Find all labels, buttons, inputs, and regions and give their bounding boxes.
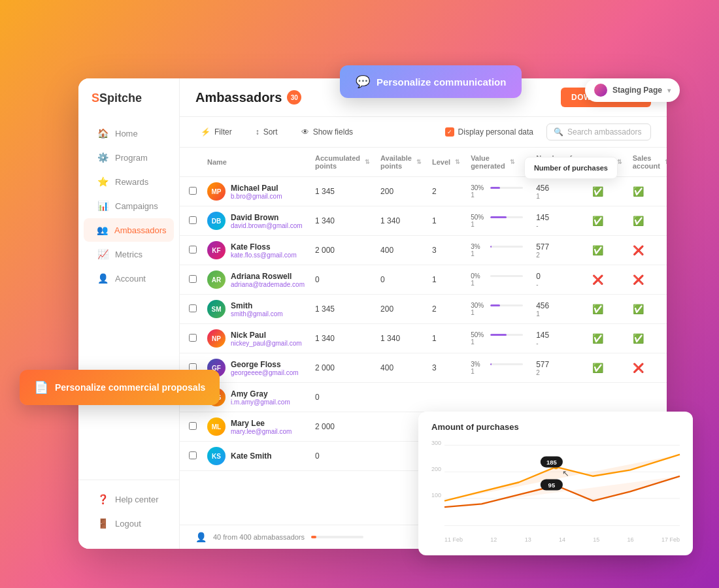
row-checkbox[interactable] bbox=[189, 187, 197, 195]
sidebar-item-home[interactable]: 🏠 Home bbox=[84, 122, 174, 145]
available-value: 1 340 bbox=[380, 216, 400, 225]
communication-icon: 💬 bbox=[356, 74, 370, 89]
value-pct: 50% bbox=[471, 331, 486, 338]
table-row[interactable]: GF George Floss georgeeee@gmail.com 2 00… bbox=[180, 353, 667, 383]
row-checkbox[interactable] bbox=[189, 246, 197, 253]
available-value: 1 340 bbox=[380, 334, 400, 343]
sidebar: SSpitche 🏠 Home ⚙️ Program ⭐ Rewards 📊 C… bbox=[78, 78, 180, 549]
value-num: 1 bbox=[471, 368, 526, 375]
row-name-cell: KF Kate Floss kate.flo.ss@gmail.com bbox=[202, 236, 310, 265]
value-column-header[interactable]: Valuegenerated ⇅ bbox=[465, 148, 531, 177]
x-label-14: 14 bbox=[559, 536, 565, 543]
row-checkbox[interactable] bbox=[189, 334, 197, 342]
ambassador-name: Kate Smith bbox=[231, 451, 272, 461]
value-num: 1 bbox=[471, 338, 526, 346]
row-optin-cell: ✅ bbox=[587, 206, 627, 236]
personal-data-checkbox[interactable]: ✓ bbox=[445, 127, 454, 137]
help-icon: ❓ bbox=[97, 494, 109, 504]
purchases-num: - bbox=[536, 281, 582, 288]
available-value: 200 bbox=[380, 187, 393, 196]
sidebar-item-rewards[interactable]: ⭐ Rewards bbox=[84, 170, 174, 193]
filter-icon: ⚡ bbox=[201, 127, 210, 137]
sales-cross-icon: ❌ bbox=[633, 363, 644, 373]
value-progress-bar bbox=[490, 334, 523, 336]
row-optin-cell: ❌ bbox=[587, 265, 627, 295]
sidebar-item-ambassadors[interactable]: 👥 Ambassadors bbox=[84, 218, 174, 242]
row-available-cell: 400 bbox=[375, 236, 427, 265]
avatar-cell: AR Adriana Roswell adriana@trademade.com bbox=[207, 270, 305, 289]
row-level-cell: 1 bbox=[427, 324, 465, 353]
x-label-11feb: 11 Feb bbox=[444, 536, 463, 543]
rewards-icon: ⭐ bbox=[97, 176, 109, 187]
avatar-cell: GF George Floss georgeeee@gmail.com bbox=[207, 359, 305, 377]
row-checkbox-cell bbox=[180, 295, 202, 324]
sales-check-icon: ✅ bbox=[633, 333, 644, 344]
purchases-value: 456 bbox=[536, 184, 582, 193]
ambassador-info: Kate Smith bbox=[231, 451, 272, 461]
value-progress-bar bbox=[490, 275, 523, 277]
accumulated-value: 2 000 bbox=[315, 246, 335, 255]
accumulated-column-header[interactable]: Accumulatedpoints ⇅ bbox=[310, 148, 375, 177]
program-icon: ⚙️ bbox=[97, 152, 109, 163]
ambassador-name: Amy Gray bbox=[231, 389, 290, 399]
ambassador-name: Michael Paul bbox=[231, 184, 282, 193]
row-optin-cell: ✅ bbox=[587, 353, 627, 383]
ambassador-info: David Brown david.brown@gmail.com bbox=[231, 213, 303, 229]
sales-column-header[interactable]: Salesaccount ⇅ bbox=[627, 148, 667, 177]
row-checkbox[interactable] bbox=[189, 275, 197, 283]
table-row[interactable]: MP Michael Paul b.bro@gmail.com 1 345 20… bbox=[180, 177, 667, 206]
value-pct: 50% bbox=[471, 214, 486, 221]
show-fields-button[interactable]: 👁 Show fields bbox=[296, 125, 358, 139]
sort-button[interactable]: ↕ Sort bbox=[250, 125, 283, 139]
sidebar-item-account[interactable]: 👤 Account bbox=[84, 267, 174, 290]
table-row[interactable]: DB David Brown david.brown@gmail.com 1 3… bbox=[180, 206, 667, 236]
table-row[interactable]: SM Smith smith@gmail.com 1 345 200 2 30%… bbox=[180, 295, 667, 324]
row-level-cell: 2 bbox=[427, 295, 465, 324]
available-column-header[interactable]: Availablepoints ⇅ bbox=[375, 148, 427, 177]
sidebar-item-program[interactable]: ⚙️ Program bbox=[84, 146, 174, 169]
table-row[interactable]: NP Nick Paul nickey_paul@gmail.com 1 340… bbox=[180, 324, 667, 353]
search-box[interactable]: 🔍 Search ambassadors bbox=[546, 123, 651, 140]
optin-check-icon: ✅ bbox=[592, 186, 603, 197]
sidebar-item-metrics[interactable]: 📈 Metrics bbox=[84, 242, 174, 266]
ambassador-email: georgeeee@gmail.com bbox=[231, 369, 299, 376]
value-progress-bar bbox=[490, 187, 523, 189]
optin-check-icon: ✅ bbox=[592, 216, 603, 226]
table-row[interactable]: KF Kate Floss kate.flo.ss@gmail.com 2 00… bbox=[180, 236, 667, 265]
ambassador-name: Adriana Roswell bbox=[231, 272, 305, 281]
accumulated-value: 0 bbox=[315, 451, 320, 461]
level-column-header[interactable]: Level ⇅ bbox=[427, 148, 465, 177]
sidebar-item-campaigns-label: Campaigns bbox=[115, 201, 158, 211]
sidebar-item-help[interactable]: ❓ Help center bbox=[84, 487, 174, 511]
display-personal-toggle[interactable]: ✓ Display personal data bbox=[445, 127, 533, 137]
row-checkbox[interactable] bbox=[189, 304, 197, 312]
sidebar-item-campaigns[interactable]: 📊 Campaigns bbox=[84, 194, 174, 218]
value-pct: 0% bbox=[471, 272, 486, 280]
row-purchases-cell: 145 - bbox=[531, 324, 587, 353]
sort-icon: ↕ bbox=[256, 127, 259, 137]
row-available-cell: 0 bbox=[375, 265, 427, 295]
row-available-cell bbox=[375, 383, 427, 412]
row-checkbox[interactable] bbox=[189, 216, 197, 224]
purchases-value: 577 bbox=[536, 360, 582, 369]
row-checkbox[interactable] bbox=[189, 451, 197, 459]
table-row[interactable]: AG Amy Gray i.m.amy@gmail.com 0 bbox=[180, 383, 667, 412]
row-checkbox[interactable] bbox=[189, 422, 197, 430]
staging-chevron-icon: ▾ bbox=[667, 87, 671, 94]
row-available-cell: 200 bbox=[375, 295, 427, 324]
row-name-cell: NP Nick Paul nickey_paul@gmail.com bbox=[202, 324, 310, 353]
row-sales-cell bbox=[627, 383, 667, 412]
row-sales-cell: ✅ bbox=[627, 206, 667, 236]
communication-card[interactable]: 💬 Personalize communication bbox=[340, 65, 522, 98]
purchases-num: 1 bbox=[536, 310, 582, 318]
table-row[interactable]: AR Adriana Roswell adriana@trademade.com… bbox=[180, 265, 667, 295]
sidebar-item-logout[interactable]: 🚪 Logout bbox=[84, 512, 174, 535]
proposals-card[interactable]: 📄 Personalize commercial proposals bbox=[20, 370, 220, 405]
name-column-header[interactable]: Name bbox=[202, 148, 310, 177]
purchases-value: 577 bbox=[536, 242, 582, 252]
accumulated-value: 0 bbox=[315, 275, 320, 284]
staging-badge[interactable]: Staging Page ▾ bbox=[585, 78, 680, 102]
filter-button[interactable]: ⚡ Filter bbox=[195, 125, 237, 139]
row-purchases-cell: 577 2 bbox=[531, 353, 587, 383]
accumulated-value: 1 340 bbox=[315, 216, 335, 225]
